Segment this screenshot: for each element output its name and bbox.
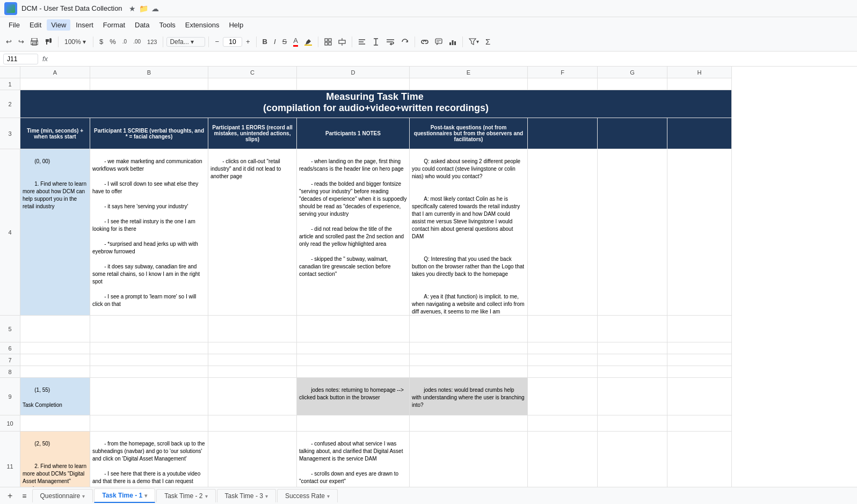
font-size-input[interactable] [223, 37, 242, 47]
cell-a1[interactable] [20, 78, 90, 90]
cell-g1[interactable] [598, 78, 667, 90]
cell-b8[interactable] [90, 366, 208, 378]
cell-f6[interactable] [528, 342, 598, 354]
cell-c8[interactable] [208, 366, 297, 378]
cell-c5[interactable] [208, 316, 297, 342]
filter-button[interactable]: ▾ [466, 36, 482, 47]
cell-e10[interactable] [410, 415, 528, 432]
fill-color-button[interactable] [302, 36, 315, 47]
cell-g5[interactable] [598, 316, 667, 342]
cell-d7[interactable] [297, 354, 410, 366]
cell-e9[interactable]: jodes notes: would bread crumbs help wit… [410, 378, 528, 415]
cell-a6[interactable] [20, 342, 90, 354]
cell-f4[interactable] [528, 149, 598, 316]
cell-f9[interactable] [528, 378, 598, 415]
format-number-button[interactable]: 123 [144, 37, 159, 47]
cell-c9[interactable] [208, 378, 297, 415]
cell-b9[interactable] [90, 378, 208, 415]
tab-task-time-3[interactable]: Task Time - 3 ▾ [217, 489, 276, 502]
cell-f10[interactable] [528, 415, 598, 432]
cell-d11[interactable]: - confused about what service I was talk… [297, 432, 410, 487]
cell-d5[interactable] [297, 316, 410, 342]
decimal1-button[interactable]: .0 [120, 37, 129, 46]
col-header-h[interactable]: H [667, 67, 732, 78]
currency-button[interactable]: $ [97, 36, 106, 47]
cell-e11[interactable] [410, 432, 528, 487]
folder-icon[interactable]: 📁 [139, 4, 148, 13]
menu-format[interactable]: Format [99, 19, 129, 31]
col-header-f[interactable]: F [528, 67, 598, 78]
col-header-a[interactable]: A [20, 67, 90, 78]
cell-h4[interactable] [667, 149, 732, 316]
cell-e1[interactable] [410, 78, 528, 90]
cell-d1[interactable] [297, 78, 410, 90]
cloud-icon[interactable]: ☁ [151, 4, 159, 13]
cell-e5[interactable] [410, 316, 528, 342]
chart-button[interactable] [446, 36, 459, 47]
cell-b6[interactable] [90, 342, 208, 354]
cell-g7[interactable] [598, 354, 667, 366]
sigma-button[interactable]: Σ [483, 35, 493, 48]
cell-b4[interactable]: - we make marketing and communication wo… [90, 149, 208, 316]
cell-b5[interactable] [90, 316, 208, 342]
col-header-e[interactable]: E [410, 67, 528, 78]
cell-g9[interactable] [598, 378, 667, 415]
cell-h10[interactable] [667, 415, 732, 432]
cell-b1[interactable] [90, 78, 208, 90]
cell-c7[interactable] [208, 354, 297, 366]
menu-file[interactable]: File [4, 19, 24, 31]
cell-reference-input[interactable] [3, 54, 38, 64]
cell-h1[interactable] [667, 78, 732, 90]
cell-h7[interactable] [667, 354, 732, 366]
cell-g4[interactable] [598, 149, 667, 316]
cell-a11[interactable]: (2, 50) 2. Find where to learn more abou… [20, 432, 90, 487]
strikethrough-button[interactable]: S [280, 36, 290, 47]
cell-h6[interactable] [667, 342, 732, 354]
menu-help[interactable]: Help [224, 19, 248, 31]
cell-c11[interactable] [208, 432, 297, 487]
tab-task-time-2[interactable]: Task Time - 2 ▾ [156, 489, 215, 502]
bold-button[interactable]: B [260, 36, 270, 47]
cell-merged-header[interactable]: Measuring Task Time (compilation for aud… [20, 90, 732, 118]
cell-a8[interactable] [20, 366, 90, 378]
cell-c10[interactable] [208, 415, 297, 432]
cell-b11[interactable]: - from the homepage, scroll back up to t… [90, 432, 208, 487]
cell-h3[interactable] [667, 118, 732, 149]
menu-insert[interactable]: Insert [71, 19, 98, 31]
redo-button[interactable]: ↪ [16, 36, 27, 47]
sheet-menu-button[interactable]: ≡ [18, 490, 31, 502]
borders-button[interactable] [322, 36, 335, 47]
menu-tools[interactable]: Tools [155, 19, 179, 31]
decrease-font-button[interactable]: − [212, 36, 222, 47]
cell-f11[interactable] [528, 432, 598, 487]
cell-g6[interactable] [598, 342, 667, 354]
merge-cells-button[interactable] [336, 36, 348, 47]
cell-c4[interactable]: - clicks on call-out "retail industry" a… [208, 149, 297, 316]
col-header-c[interactable]: C [208, 67, 297, 78]
cell-a9[interactable]: (1, 55)Task Completion [20, 378, 90, 415]
menu-view[interactable]: View [47, 19, 70, 31]
add-sheet-button[interactable]: + [3, 489, 17, 503]
cell-a7[interactable] [20, 354, 90, 366]
cell-e3[interactable]: Post-task questions (not from questionna… [410, 118, 528, 149]
cell-h9[interactable] [667, 378, 732, 415]
cell-d9[interactable]: jodes notes: returning to homepage --> c… [297, 378, 410, 415]
cell-e8[interactable] [410, 366, 528, 378]
cell-e7[interactable] [410, 354, 528, 366]
col-header-b[interactable]: B [90, 67, 208, 78]
paint-format-button[interactable] [42, 36, 55, 47]
cell-e6[interactable] [410, 342, 528, 354]
cell-f3[interactable] [528, 118, 598, 149]
percent-button[interactable]: % [107, 36, 119, 47]
font-selector[interactable]: Defa... ▾ [166, 37, 205, 47]
cell-e4[interactable]: Q: asked about seeing 2 different people… [410, 149, 528, 316]
cell-a10[interactable] [20, 415, 90, 432]
cell-a3[interactable]: Time (min, seconds) + when tasks start [20, 118, 90, 149]
cell-f5[interactable] [528, 316, 598, 342]
formula-input[interactable] [52, 55, 854, 63]
zoom-button[interactable]: 100% ▾ [62, 36, 90, 47]
cell-h5[interactable] [667, 316, 732, 342]
cell-g3[interactable] [598, 118, 667, 149]
cell-f1[interactable] [528, 78, 598, 90]
cell-a5[interactable] [20, 316, 90, 342]
